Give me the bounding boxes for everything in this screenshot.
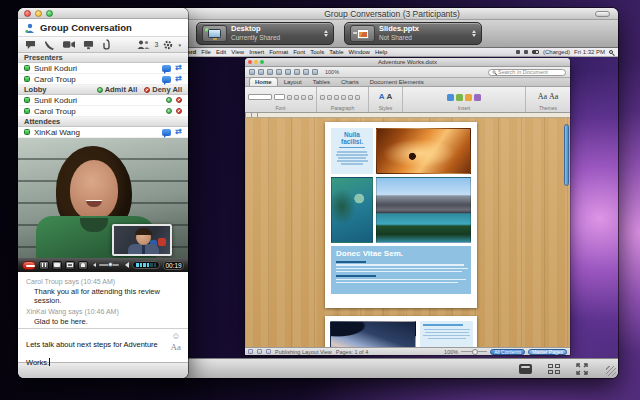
menu-view[interactable]: View <box>231 49 244 55</box>
toolbar-icon[interactable] <box>249 69 255 75</box>
menu-tools[interactable]: Tools <box>310 49 324 55</box>
participant-row[interactable]: Carol Troup ⇄ <box>18 74 188 85</box>
master-pages-button[interactable]: Master Pages <box>528 349 567 355</box>
deny-button[interactable] <box>176 97 182 103</box>
view-button[interactable] <box>266 349 271 354</box>
tab-charts[interactable]: Charts <box>336 78 364 86</box>
word-titlebar[interactable]: Adventure Works.dotx <box>245 58 570 67</box>
menubar-status-icon[interactable] <box>516 50 520 54</box>
swap-arrows-icon[interactable]: ⇄ <box>175 128 182 136</box>
participant-row[interactable]: Sunil Koduri ⇄ <box>18 63 188 74</box>
mute-button[interactable] <box>78 261 88 270</box>
minimize-button[interactable] <box>35 10 42 17</box>
toolbar-icon[interactable] <box>303 69 309 75</box>
toolbar-icon[interactable] <box>294 69 300 75</box>
menu-window[interactable]: Window <box>349 49 370 55</box>
menu-table[interactable]: Table <box>329 49 343 55</box>
end-call-button[interactable] <box>22 261 36 270</box>
attach-icon[interactable] <box>102 39 111 50</box>
swap-arrows-icon[interactable]: ⇄ <box>175 64 182 72</box>
bold-button[interactable] <box>287 95 292 100</box>
menu-file[interactable]: File <box>201 49 211 55</box>
share-slides-button[interactable]: Slides.pptx Not Shared <box>344 22 482 45</box>
emoticon-button[interactable]: ☺ <box>171 332 180 341</box>
deny-button[interactable] <box>176 108 182 114</box>
font-size-dropdown[interactable] <box>274 94 285 100</box>
admit-button[interactable] <box>166 108 172 114</box>
text-box-button[interactable] <box>447 94 454 101</box>
volume-slider[interactable] <box>99 264 119 266</box>
im-bubble-icon[interactable] <box>162 65 171 72</box>
styles-icon[interactable]: A <box>387 93 393 101</box>
tab-layout[interactable]: Layout <box>279 78 307 86</box>
format-text-button[interactable]: Aa <box>171 343 182 352</box>
admit-button[interactable] <box>166 97 172 103</box>
toolbar-icon[interactable] <box>267 69 273 75</box>
grid-view-icon[interactable] <box>548 364 560 374</box>
italic-button[interactable] <box>294 95 299 100</box>
picture-button[interactable] <box>465 94 472 101</box>
tab-home[interactable]: Home <box>249 77 278 86</box>
toolbar-icon[interactable] <box>285 69 291 75</box>
im-bubble-icon[interactable] <box>162 76 171 83</box>
spotlight-icon[interactable] <box>609 50 613 54</box>
align-left-button[interactable] <box>320 95 325 100</box>
scrollbar-thumb[interactable] <box>564 124 569 186</box>
styles-icon[interactable]: A <box>379 93 385 101</box>
lobby-row[interactable]: Carol Troup <box>18 106 188 117</box>
stage-titlebar[interactable]: Group Conversation (3 Participants) <box>166 8 618 20</box>
video-icon[interactable] <box>63 40 75 49</box>
align-right-button[interactable] <box>334 95 339 100</box>
view-button[interactable] <box>248 349 253 354</box>
tab-tables[interactable]: Tables <box>308 78 335 86</box>
close-button[interactable] <box>24 10 31 17</box>
toolbar-toggle-button[interactable] <box>595 11 610 17</box>
toolbar-icon[interactable] <box>258 69 264 75</box>
hold-button[interactable] <box>39 261 49 270</box>
im-icon[interactable] <box>25 40 36 50</box>
gear-dropdown-arrow[interactable]: ▾ <box>178 42 181 48</box>
screen-view-icon[interactable] <box>519 364 532 374</box>
numbering-button[interactable] <box>348 95 353 100</box>
reorder-button[interactable] <box>474 94 481 101</box>
document-search-field[interactable]: Search in Document <box>488 69 566 76</box>
align-center-button[interactable] <box>327 95 332 100</box>
fullscreen-expand-icon[interactable] <box>576 363 588 375</box>
toolbar-icon[interactable] <box>312 69 318 75</box>
conversation-titlebar[interactable] <box>18 8 188 19</box>
indent-button[interactable] <box>355 95 360 100</box>
camera-button[interactable] <box>52 261 62 270</box>
deny-all-button[interactable]: Deny All <box>144 85 182 94</box>
view-button[interactable] <box>257 349 262 354</box>
resize-grip[interactable] <box>606 366 616 376</box>
menu-format[interactable]: Format <box>269 49 288 55</box>
lobby-row[interactable]: Sunil Koduri <box>18 95 188 106</box>
admit-all-button[interactable]: Admit All <box>97 85 138 94</box>
screen-button[interactable] <box>65 261 75 270</box>
message-composer[interactable]: Lets talk about next steps for Adventure… <box>18 328 188 362</box>
themes-icon[interactable]: Aa <box>538 93 547 101</box>
menu-edit[interactable]: Edit <box>216 49 226 55</box>
participants-icon[interactable] <box>137 40 150 49</box>
self-video-preview[interactable] <box>112 224 172 256</box>
menubar-display-icon[interactable] <box>524 50 528 54</box>
shape-button[interactable] <box>456 94 463 101</box>
toolbar-icon[interactable] <box>276 69 282 75</box>
participant-row[interactable]: XinKai Wang ⇄ <box>18 127 188 138</box>
font-name-dropdown[interactable] <box>248 94 272 100</box>
swap-arrows-icon[interactable]: ⇄ <box>175 75 182 83</box>
share-desktop-button[interactable]: Desktop Currently Shared <box>196 22 334 45</box>
menu-help[interactable]: Help <box>375 49 387 55</box>
gear-icon[interactable] <box>163 40 173 50</box>
chat-history[interactable]: Carol Troup says (10:45 AM) Thank you al… <box>18 272 188 328</box>
share-screen-icon[interactable] <box>83 40 94 50</box>
view-mode-label[interactable]: Publishing Layout View <box>275 349 332 355</box>
zoom-button[interactable] <box>46 10 53 17</box>
theme-colors-icon[interactable]: Aa <box>549 93 558 101</box>
font-color-button[interactable] <box>308 95 313 100</box>
call-icon[interactable] <box>44 40 55 50</box>
tab-document-elements[interactable]: Document Elements <box>365 78 429 86</box>
im-bubble-icon[interactable] <box>162 129 171 136</box>
all-contents-button[interactable]: All Contents <box>490 349 525 355</box>
zoom-slider[interactable] <box>461 351 487 353</box>
